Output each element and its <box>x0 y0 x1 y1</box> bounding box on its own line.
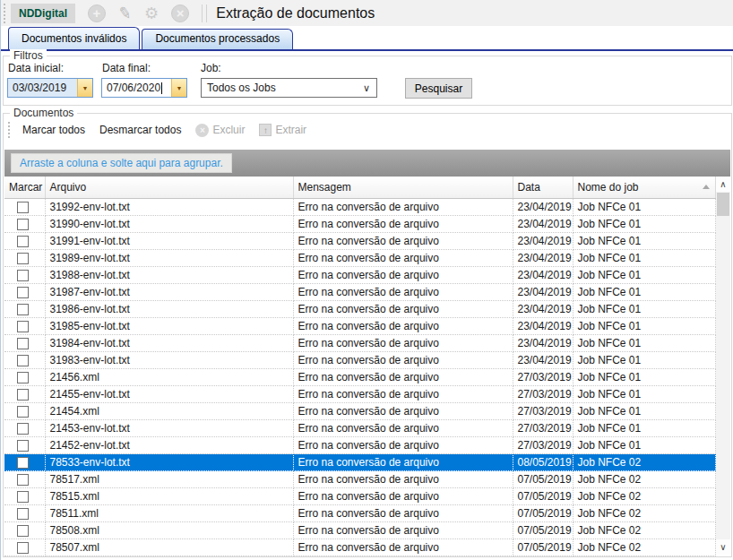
cell-mensagem: Erro na conversão de arquivo <box>293 249 513 266</box>
gear-icon[interactable]: ⚙ <box>144 4 159 23</box>
column-header-marcar[interactable]: Marcar <box>4 177 45 198</box>
row-checkbox[interactable] <box>17 321 29 332</box>
mark-all-button[interactable]: Marcar todos <box>15 122 92 138</box>
table-row[interactable]: 31987-env-lot.txt Erro na conversão de a… <box>4 283 716 300</box>
extract-button[interactable]: ↑ Extrair <box>252 122 314 138</box>
row-checkbox[interactable] <box>17 219 29 230</box>
documents-grid: Marcar Arquivo Mensagem Data Nome do job… <box>4 177 716 555</box>
row-checkbox[interactable] <box>17 355 29 366</box>
table-row[interactable]: 31986-env-lot.txt Erro na conversão de a… <box>4 300 716 317</box>
table-row[interactable]: 31983-env-lot.txt Erro na conversão de a… <box>4 351 716 368</box>
cell-mensagem: Erro na conversão de arquivo <box>293 232 513 249</box>
row-checkbox[interactable] <box>17 406 29 418</box>
end-date-field[interactable]: 07/06/2020 ▼ <box>101 78 187 98</box>
scroll-up-icon[interactable]: ∧ <box>716 177 730 192</box>
close-circle-icon[interactable]: × <box>171 4 189 22</box>
row-checkbox[interactable] <box>17 491 29 503</box>
row-checkbox[interactable] <box>17 389 29 401</box>
table-row[interactable]: 78517.xml Erro na conversão de arquivo 0… <box>4 470 716 487</box>
table-row[interactable]: 78511.xml Erro na conversão de arquivo 0… <box>4 504 716 521</box>
tab-documentos-processados[interactable]: Documentos processados <box>142 29 293 49</box>
table-row[interactable]: 21452-env-lot.txt Erro na conversão de a… <box>4 436 716 453</box>
row-checkbox[interactable] <box>17 508 29 520</box>
table-row[interactable]: 78507.xml Erro na conversão de arquivo 0… <box>4 538 716 556</box>
tab-documentos-invalidos[interactable]: Documentos inválidos <box>8 27 140 49</box>
vertical-scrollbar[interactable]: ∧ ∨ <box>716 177 730 555</box>
table-row[interactable]: 21454.xml Erro na conversão de arquivo 2… <box>4 402 716 419</box>
cell-arquivo: 78533-env-lot.txt <box>45 453 293 470</box>
search-button[interactable]: Pesquisar <box>405 78 472 99</box>
cell-data: 23/04/2019 <box>513 249 573 266</box>
cell-arquivo: 31992-env-lot.txt <box>45 198 293 215</box>
row-checkbox[interactable] <box>17 372 29 383</box>
group-by-drop-zone[interactable]: Arraste a coluna e solte aqui para agrup… <box>4 150 730 177</box>
row-checkbox[interactable] <box>17 253 29 264</box>
cell-mensagem: Erro na conversão de arquivo <box>293 436 513 453</box>
table-row[interactable]: 31992-env-lot.txt Erro na conversão de a… <box>4 198 716 215</box>
job-combobox[interactable]: Todos os Jobs ∨ <box>201 78 377 98</box>
table-row[interactable]: 21453-env-lot.txt Erro na conversão de a… <box>4 419 716 436</box>
table-row[interactable]: 21456.xml Erro na conversão de arquivo 2… <box>4 368 716 385</box>
row-checkbox[interactable] <box>17 423 29 435</box>
cell-arquivo: 31986-env-lot.txt <box>45 300 293 317</box>
cell-data: 07/05/2019 <box>513 470 573 487</box>
row-checkbox[interactable] <box>17 202 29 213</box>
table-row[interactable]: 31988-env-lot.txt Erro na conversão de a… <box>4 266 716 283</box>
row-checkbox[interactable] <box>17 270 29 281</box>
column-header-mensagem[interactable]: Mensagem <box>293 177 513 198</box>
documents-toolbar: Marcar todos Desmarcar todos × Excluir ↑… <box>5 119 314 141</box>
table-row[interactable]: 31990-env-lot.txt Erro na conversão de a… <box>4 215 716 232</box>
cell-arquivo: 31983-env-lot.txt <box>45 351 293 368</box>
start-date-field[interactable]: 03/03/2019 ▼ <box>7 78 93 98</box>
cell-mensagem: Erro na conversão de arquivo <box>293 283 513 300</box>
row-checkbox[interactable] <box>17 542 29 554</box>
sort-ascending-icon <box>703 185 710 189</box>
row-checkbox[interactable] <box>17 304 29 315</box>
cell-nome-do-job: Job NFCe 01 <box>573 436 716 453</box>
cell-data: 23/04/2019 <box>513 232 573 249</box>
cell-data: 23/04/2019 <box>513 283 573 300</box>
table-row[interactable]: 31985-env-lot.txt Erro na conversão de a… <box>4 317 716 334</box>
add-circle-icon[interactable]: + <box>88 4 106 22</box>
cell-data: 23/04/2019 <box>513 198 573 215</box>
row-checkbox[interactable] <box>17 236 29 247</box>
cell-arquivo: 78517.xml <box>45 470 293 487</box>
cell-data: 23/04/2019 <box>513 351 573 368</box>
edit-pencil-icon[interactable]: ✎ <box>116 2 134 23</box>
row-checkbox[interactable] <box>17 338 29 349</box>
row-checkbox[interactable] <box>17 440 29 452</box>
nddigital-button[interactable]: NDDigital <box>11 4 75 23</box>
toolbar-drag-grip[interactable] <box>3 4 7 23</box>
scrollbar-thumb[interactable] <box>717 193 729 216</box>
column-header-nome-do-job[interactable]: Nome do job <box>573 177 716 198</box>
table-row[interactable]: 31991-env-lot.txt Erro na conversão de a… <box>4 232 716 249</box>
row-checkbox[interactable] <box>17 525 29 537</box>
column-header-arquivo[interactable]: Arquivo <box>45 177 293 198</box>
cell-nome-do-job: Job NFCe 02 <box>573 504 716 521</box>
table-row[interactable]: 78533-env-lot.txt Erro na conversão de a… <box>4 453 716 470</box>
table-row[interactable]: 21455-env-lot.txt Erro na conversão de a… <box>4 385 716 402</box>
cell-arquivo: 31991-env-lot.txt <box>45 232 293 249</box>
end-date-dropdown-icon[interactable]: ▼ <box>171 79 186 97</box>
documents-toolbar-grip[interactable] <box>7 122 12 138</box>
column-header-data[interactable]: Data <box>513 177 573 198</box>
end-date-label: Data final: <box>102 62 151 74</box>
filters-legend: Filtros <box>10 49 47 62</box>
page-title: Extração de documentos <box>216 5 375 22</box>
delete-button[interactable]: × Excluir <box>188 122 252 139</box>
table-row[interactable]: 78515.xml Erro na conversão de arquivo 0… <box>4 487 716 504</box>
start-date-dropdown-icon[interactable]: ▼ <box>77 79 92 97</box>
unmark-all-button[interactable]: Desmarcar todos <box>92 122 188 138</box>
row-checkbox[interactable] <box>17 287 29 298</box>
cell-arquivo: 78508.xml <box>45 521 293 538</box>
row-checkbox[interactable] <box>17 474 29 486</box>
toolbar-icons: + ✎ ⚙ × <box>88 4 189 23</box>
row-checkbox[interactable] <box>17 457 29 469</box>
table-row[interactable]: 31984-env-lot.txt Erro na conversão de a… <box>4 334 716 351</box>
cell-arquivo: 21453-env-lot.txt <box>45 419 293 436</box>
cell-nome-do-job: Job NFCe 01 <box>573 283 716 300</box>
table-row[interactable]: 78508.xml Erro na conversão de arquivo 0… <box>4 521 716 538</box>
table-row[interactable]: 31989-env-lot.txt Erro na conversão de a… <box>4 249 716 266</box>
scroll-down-icon[interactable]: ∨ <box>716 539 730 555</box>
cell-nome-do-job: Job NFCe 02 <box>573 470 716 487</box>
